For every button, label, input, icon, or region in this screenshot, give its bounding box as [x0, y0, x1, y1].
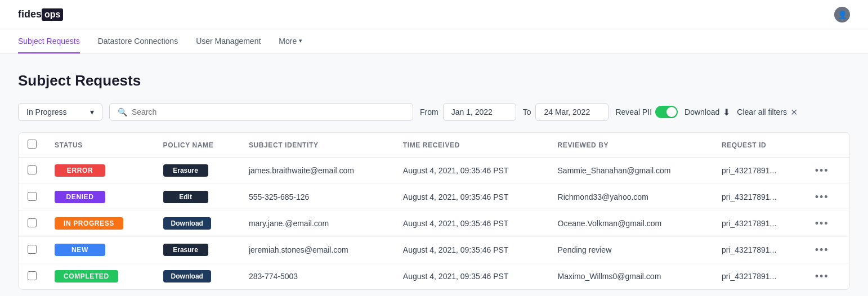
- row-checkbox-4[interactable]: [28, 271, 37, 280]
- row-more-actions-1: •••: [804, 184, 849, 210]
- from-date-filter: From Jan 1, 2022: [420, 103, 516, 121]
- nav-item-subject-requests[interactable]: Subject Requests: [18, 30, 80, 53]
- requests-table-container: STATUS POLICY NAME SUBJECT IDENTITY TIME…: [18, 132, 850, 290]
- reveal-pii-label: Reveal PII: [615, 107, 652, 116]
- status-badge-4: COMPLETED: [55, 270, 118, 282]
- row-reviewed-by-0: Sammie_Shanahan@gmail.com: [549, 158, 713, 184]
- row-subject-identity-1: 555-325-685-126: [240, 184, 394, 210]
- table-row: COMPLETED Download 283-774-5003 August 4…: [19, 263, 849, 290]
- close-icon: ✕: [790, 107, 798, 118]
- policy-badge-2: Download: [163, 217, 211, 230]
- row-reviewed-by-2: Oceane.Volkman@gmail.com: [549, 210, 713, 237]
- policy-badge-4: Download: [163, 270, 211, 282]
- policy-badge-0: Erasure: [163, 164, 208, 177]
- row-policy-3: Erasure: [154, 237, 240, 263]
- row-status-1: DENIED: [46, 184, 154, 210]
- table-header: STATUS POLICY NAME SUBJECT IDENTITY TIME…: [19, 133, 849, 158]
- download-button[interactable]: Download ⬇: [684, 107, 730, 118]
- more-options-icon-0[interactable]: •••: [813, 165, 831, 176]
- toggle-knob: [666, 107, 677, 117]
- row-subject-identity-2: mary.jane.@email.com: [240, 210, 394, 237]
- nav-item-user-management[interactable]: User Management: [196, 30, 261, 53]
- logo-fides-text: fides: [18, 8, 42, 20]
- more-options-icon-3[interactable]: •••: [813, 244, 831, 255]
- row-policy-0: Erasure: [154, 158, 240, 184]
- user-avatar[interactable]: 👤: [834, 7, 850, 23]
- col-header-request-id: REQUEST ID: [713, 133, 804, 158]
- more-options-icon-2[interactable]: •••: [813, 218, 831, 229]
- status-filter-dropdown[interactable]: In Progress ▾: [18, 103, 102, 121]
- status-badge-1: DENIED: [55, 191, 105, 203]
- clear-filters-label: Clear all filters: [737, 107, 787, 116]
- row-more-actions-2: •••: [804, 210, 849, 237]
- from-label: From: [420, 107, 439, 116]
- row-subject-identity-4: 283-774-5003: [240, 263, 394, 290]
- search-icon: 🔍: [118, 107, 127, 116]
- row-status-2: IN PROGRESS: [46, 210, 154, 237]
- reveal-pii-toggle[interactable]: [655, 106, 678, 118]
- chevron-down-icon: ▾: [299, 37, 302, 44]
- col-header-actions: [804, 133, 849, 158]
- row-status-4: COMPLETED: [46, 263, 154, 290]
- row-subject-identity-3: jeremiah.stones@email.com: [240, 237, 394, 263]
- status-badge-0: ERROR: [55, 164, 105, 177]
- status-badge-2: IN PROGRESS: [55, 217, 123, 230]
- col-header-status: STATUS: [46, 133, 154, 158]
- row-checkbox-2[interactable]: [28, 218, 37, 227]
- table-row: NEW Erasure jeremiah.stones@email.com Au…: [19, 237, 849, 263]
- row-request-id-2: pri_43217891...: [713, 210, 804, 237]
- select-all-header: [19, 133, 46, 158]
- page-content: Subject Requests In Progress ▾ 🔍 From Ja…: [0, 54, 868, 296]
- dropdown-chevron-icon: ▾: [90, 107, 94, 116]
- nav-item-datastore-connections[interactable]: Datastore Connections: [98, 30, 178, 53]
- search-input[interactable]: [132, 107, 405, 116]
- clear-filters-button[interactable]: Clear all filters ✕: [737, 107, 798, 118]
- row-reviewed-by-3: Pending review: [549, 237, 713, 263]
- requests-table: STATUS POLICY NAME SUBJECT IDENTITY TIME…: [19, 133, 849, 289]
- row-checkbox-cell: [19, 263, 46, 290]
- row-request-id-4: pri_43217891...: [713, 263, 804, 290]
- row-reviewed-by-1: Richmond33@yahoo.com: [549, 184, 713, 210]
- row-checkbox-cell: [19, 184, 46, 210]
- row-checkbox-1[interactable]: [28, 192, 37, 201]
- to-label: To: [523, 107, 531, 116]
- table-row: IN PROGRESS Download mary.jane.@email.co…: [19, 210, 849, 237]
- to-date-input[interactable]: 24 Mar, 2022: [535, 103, 609, 121]
- reveal-pii-control: Reveal PII: [615, 106, 678, 118]
- header: fidesops 👤: [0, 0, 868, 29]
- more-label: More: [279, 37, 297, 46]
- row-more-actions-0: •••: [804, 158, 849, 184]
- search-box: 🔍: [109, 103, 413, 121]
- row-policy-2: Download: [154, 210, 240, 237]
- col-header-policy-name: POLICY NAME: [154, 133, 240, 158]
- row-checkbox-cell: [19, 237, 46, 263]
- nav-item-more[interactable]: More ▾: [279, 30, 302, 53]
- row-more-actions-3: •••: [804, 237, 849, 263]
- table-row: DENIED Edit 555-325-685-126 August 4, 20…: [19, 184, 849, 210]
- col-header-reviewed-by: REVIEWED BY: [549, 133, 713, 158]
- row-checkbox-0[interactable]: [28, 165, 37, 174]
- status-badge-3: NEW: [55, 244, 105, 256]
- row-status-3: NEW: [46, 237, 154, 263]
- more-options-icon-4[interactable]: •••: [813, 271, 831, 282]
- row-checkbox-3[interactable]: [28, 245, 37, 254]
- col-header-time-received: TIME RECEIVED: [394, 133, 549, 158]
- more-options-icon-1[interactable]: •••: [813, 191, 831, 203]
- row-request-id-3: pri_43217891...: [713, 237, 804, 263]
- filters-row: In Progress ▾ 🔍 From Jan 1, 2022 To 24 M…: [18, 103, 850, 121]
- row-status-0: ERROR: [46, 158, 154, 184]
- col-header-subject-identity: SUBJECT IDENTITY: [240, 133, 394, 158]
- table-body: ERROR Erasure james.braithwaite@email.co…: [19, 158, 849, 290]
- main-nav: Subject Requests Datastore Connections U…: [0, 29, 868, 54]
- status-filter-value: In Progress: [26, 107, 67, 116]
- row-request-id-1: pri_43217891...: [713, 184, 804, 210]
- select-all-checkbox[interactable]: [28, 140, 37, 149]
- row-more-actions-4: •••: [804, 263, 849, 290]
- row-request-id-0: pri_43217891...: [713, 158, 804, 184]
- row-policy-1: Edit: [154, 184, 240, 210]
- row-time-received-4: August 4, 2021, 09:35:46 PST: [394, 263, 549, 290]
- from-date-input[interactable]: Jan 1, 2022: [443, 103, 516, 121]
- row-reviewed-by-4: Maximo_Willms0@gmail.com: [549, 263, 713, 290]
- policy-badge-3: Erasure: [163, 244, 208, 256]
- logo-ops-text: ops: [42, 8, 63, 21]
